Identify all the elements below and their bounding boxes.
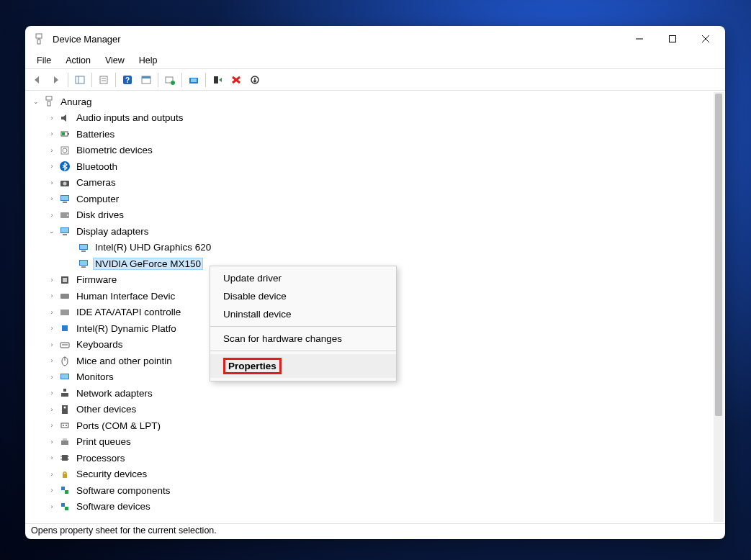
maximize-button[interactable] xyxy=(656,27,689,50)
display-adapter-icon xyxy=(58,225,71,238)
display-adapter-icon xyxy=(77,257,90,270)
forward-button[interactable] xyxy=(47,71,66,89)
menu-file[interactable]: File xyxy=(30,53,58,68)
tree-item[interactable]: ›Audio inputs and outputs xyxy=(28,110,725,127)
monitor-icon xyxy=(58,371,71,384)
disable-device-button[interactable] xyxy=(208,71,227,89)
titlebar: Device Manager xyxy=(25,26,725,52)
menu-view[interactable]: View xyxy=(98,53,132,68)
expander-icon[interactable]: › xyxy=(47,502,57,512)
menu-help[interactable]: Help xyxy=(132,53,165,68)
expander-icon[interactable]: ⌄ xyxy=(47,226,57,236)
tree-item[interactable]: ›Security devices xyxy=(28,466,725,483)
svg-point-38 xyxy=(67,214,68,216)
expander-icon[interactable]: › xyxy=(47,405,57,415)
tree-item[interactable]: ›Biometric devices xyxy=(28,143,725,159)
ctx-separator xyxy=(210,326,396,327)
svg-rect-49 xyxy=(63,278,67,282)
tree-item[interactable]: ›Computer xyxy=(28,191,725,207)
expander-icon[interactable]: › xyxy=(47,275,57,285)
svg-rect-50 xyxy=(60,294,69,299)
expander-icon[interactable]: › xyxy=(47,210,57,220)
expander-icon[interactable]: › xyxy=(47,291,57,301)
expander-icon[interactable]: › xyxy=(47,388,57,398)
ctx-disable-device[interactable]: Disable device xyxy=(210,287,396,305)
properties-button[interactable] xyxy=(94,71,113,89)
scrollbar-thumb[interactable] xyxy=(715,94,722,416)
svg-rect-4 xyxy=(670,36,676,42)
svg-rect-40 xyxy=(61,228,68,232)
svg-rect-43 xyxy=(80,245,87,249)
svg-rect-36 xyxy=(63,202,67,203)
firmware-icon xyxy=(58,274,71,286)
expander-icon[interactable]: ⌄ xyxy=(31,96,41,107)
tree-root[interactable]: ⌄ Anurag xyxy=(28,94,725,110)
expander-icon[interactable]: › xyxy=(47,453,57,463)
tree-item[interactable]: ›Print queues xyxy=(28,434,725,451)
svg-rect-76 xyxy=(61,503,65,507)
tree-item[interactable]: ›Other devices xyxy=(28,402,725,418)
tree-item-gpu-intel[interactable]: ›Intel(R) UHD Graphics 620 xyxy=(28,240,725,256)
expander-icon[interactable]: › xyxy=(47,129,57,139)
svg-rect-52 xyxy=(62,325,68,331)
tree-item-label: Intel(R) UHD Graphics 620 xyxy=(93,241,213,253)
show-hide-tree-button[interactable] xyxy=(71,71,89,89)
expander-icon[interactable]: › xyxy=(47,372,57,382)
tree-pane: ⌄ Anurag ›Audio inputs and outputs ›Batt… xyxy=(25,91,725,523)
toolbar: ? xyxy=(25,69,725,91)
expander-icon[interactable]: › xyxy=(47,356,57,366)
tree-item[interactable]: ›Bluetooth xyxy=(28,158,725,175)
tree-item-display-adapters[interactable]: ⌄Display adapters xyxy=(28,223,725,240)
expander-icon[interactable]: › xyxy=(47,145,57,155)
ctx-uninstall-device[interactable]: Uninstall device xyxy=(210,305,396,323)
expander-icon[interactable]: › xyxy=(47,178,57,188)
close-button[interactable] xyxy=(689,27,722,50)
tree-item[interactable]: ›Cameras xyxy=(28,175,725,191)
help-button[interactable]: ? xyxy=(118,71,137,89)
scan-hardware-button[interactable] xyxy=(161,71,179,89)
tree-item[interactable]: ›Ports (COM & LPT) xyxy=(28,417,725,434)
tree-item-label: Computer xyxy=(74,193,121,205)
svg-rect-68 xyxy=(62,455,68,461)
port-icon xyxy=(58,419,71,432)
tree-item[interactable]: ›Software devices xyxy=(28,499,725,515)
tree-item-label: Security devices xyxy=(74,468,149,480)
tree-item[interactable]: ›Disk drives xyxy=(28,207,725,224)
other-device-icon xyxy=(58,403,71,416)
ctx-update-driver[interactable]: Update driver xyxy=(210,269,396,287)
expander-icon[interactable]: › xyxy=(47,469,57,479)
update-driver-button[interactable] xyxy=(184,71,203,89)
vertical-scrollbar[interactable] xyxy=(714,92,724,522)
svg-rect-73 xyxy=(63,474,67,478)
mouse-icon xyxy=(58,354,71,367)
uninstall-device-button[interactable] xyxy=(227,71,246,89)
expander-icon[interactable]: › xyxy=(47,113,57,123)
expander-icon[interactable]: › xyxy=(47,323,57,333)
ctx-properties[interactable]: Properties xyxy=(210,354,396,378)
back-button[interactable] xyxy=(28,71,47,89)
svg-point-64 xyxy=(63,425,64,426)
tree-item[interactable]: ›Batteries xyxy=(28,126,725,143)
expander-icon[interactable]: › xyxy=(47,437,57,447)
minimize-button[interactable] xyxy=(623,27,656,50)
expander-icon[interactable]: › xyxy=(47,307,57,317)
svg-rect-7 xyxy=(76,76,84,83)
ctx-scan-hardware[interactable]: Scan for hardware changes xyxy=(210,330,396,348)
svg-rect-35 xyxy=(61,196,68,200)
add-legacy-hw-button[interactable] xyxy=(246,71,264,89)
svg-point-17 xyxy=(171,81,175,85)
disk-icon xyxy=(58,209,71,222)
menu-action[interactable]: Action xyxy=(58,53,98,68)
expander-icon[interactable]: › xyxy=(47,420,57,430)
expander-icon[interactable]: › xyxy=(47,194,57,204)
tree-item[interactable]: ›Software components xyxy=(28,482,725,499)
computer-icon xyxy=(42,95,55,108)
svg-point-65 xyxy=(66,425,67,426)
action-button[interactable] xyxy=(137,71,156,89)
expander-icon[interactable]: › xyxy=(47,161,57,171)
expander-icon[interactable]: › xyxy=(47,340,57,350)
expander-icon[interactable]: › xyxy=(47,485,57,495)
tree-item[interactable]: ›Network adapters xyxy=(28,385,725,402)
svg-rect-75 xyxy=(65,490,68,494)
tree-item[interactable]: ›Processors xyxy=(28,450,725,466)
